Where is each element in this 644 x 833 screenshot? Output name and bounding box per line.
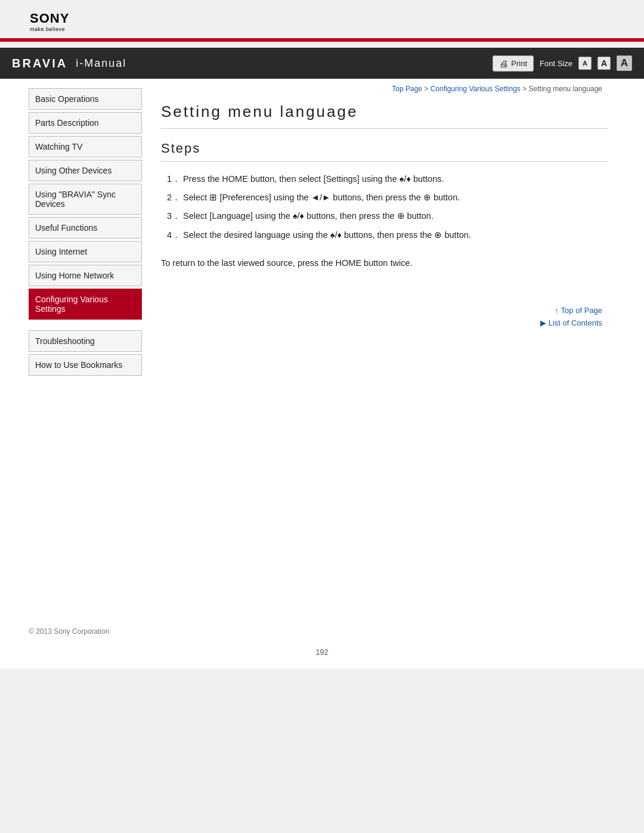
sidebar-item-3[interactable]: Using Other Devices (29, 160, 142, 181)
note-text: To return to the last viewed source, pre… (161, 256, 608, 270)
sony-logo: SONY (30, 11, 644, 26)
main-layout: Basic OperationsParts DescriptionWatchin… (0, 79, 644, 615)
nav-bar: BRAVIA i-Manual 🖨 Print Font Size A A A (0, 48, 644, 79)
footer-links: ↑ Top of Page ▶ List of Contents (161, 306, 608, 327)
step-3: 3．Select [Language] using the ♠/♦ button… (161, 209, 608, 223)
bravia-label: BRAVIA (12, 57, 67, 70)
font-small-button[interactable]: A (578, 57, 592, 70)
sidebar-item-6[interactable]: Using Internet (29, 241, 142, 262)
sidebar-item-4[interactable]: Using "BRAVIA" Sync Devices (29, 184, 142, 215)
step-4: 4．Select the desired language using the … (161, 228, 608, 242)
sidebar-spacer (29, 322, 143, 330)
print-label: Print (511, 59, 527, 68)
steps-heading: Steps (161, 141, 608, 162)
bottom-bar: © 2013 Sony Corporation (0, 615, 644, 642)
top-of-page-label: Top of Page (561, 306, 602, 315)
sidebar: Basic OperationsParts DescriptionWatchin… (0, 79, 143, 615)
red-accent-bar (0, 38, 644, 42)
content-area: Top Page > Configuring Various Settings … (143, 79, 644, 615)
page-title: Setting menu language (161, 103, 608, 129)
breadcrumb-configuring[interactable]: Configuring Various Settings (431, 85, 521, 93)
font-large-button[interactable]: A (617, 55, 632, 71)
print-button[interactable]: 🖨 Print (493, 55, 534, 72)
sony-tagline: make.believe (30, 26, 644, 32)
breadcrumb: Top Page > Configuring Various Settings … (161, 85, 608, 93)
sidebar-item-1[interactable]: Parts Description (29, 112, 142, 134)
breadcrumb-sep1: > (422, 85, 431, 93)
page-number: 192 (0, 642, 644, 668)
list-arrow-icon: ▶ (540, 318, 546, 327)
list-of-contents-link[interactable]: ▶ List of Contents (540, 318, 602, 327)
sidebar-item-5[interactable]: Useful Functions (29, 217, 142, 239)
breadcrumb-sep2: > (521, 85, 529, 93)
sidebar-item-9[interactable]: Troubleshooting (29, 330, 142, 352)
copyright: © 2013 Sony Corporation (29, 627, 110, 636)
top-of-page-link[interactable]: ↑ Top of Page (555, 306, 602, 315)
top-arrow-icon: ↑ (555, 306, 559, 315)
breadcrumb-current: Setting menu language (529, 85, 602, 93)
font-size-label: Font Size (540, 59, 572, 68)
sidebar-item-2[interactable]: Watching TV (29, 136, 142, 157)
step-1: 1．Press the HOME button, then select [Se… (161, 172, 608, 186)
breadcrumb-top-page[interactable]: Top Page (392, 85, 422, 93)
list-of-contents-label: List of Contents (549, 318, 602, 327)
nav-right-controls: 🖨 Print Font Size A A A (493, 55, 632, 72)
sidebar-item-7[interactable]: Using Home Network (29, 265, 142, 286)
sidebar-item-10[interactable]: How to Use Bookmarks (29, 354, 142, 376)
header-logo: SONY make.believe (0, 0, 644, 38)
sidebar-item-8[interactable]: Configuring Various Settings (29, 289, 142, 320)
print-icon: 🖨 (499, 58, 508, 69)
imanual-label: i-Manual (76, 57, 126, 70)
step-2: 2．Select ⊞ [Preferences] using the ◄/► b… (161, 191, 608, 205)
steps-list: 1．Press the HOME button, then select [Se… (161, 172, 608, 242)
sidebar-item-0[interactable]: Basic Operations (29, 88, 142, 110)
font-medium-button[interactable]: A (597, 57, 611, 70)
